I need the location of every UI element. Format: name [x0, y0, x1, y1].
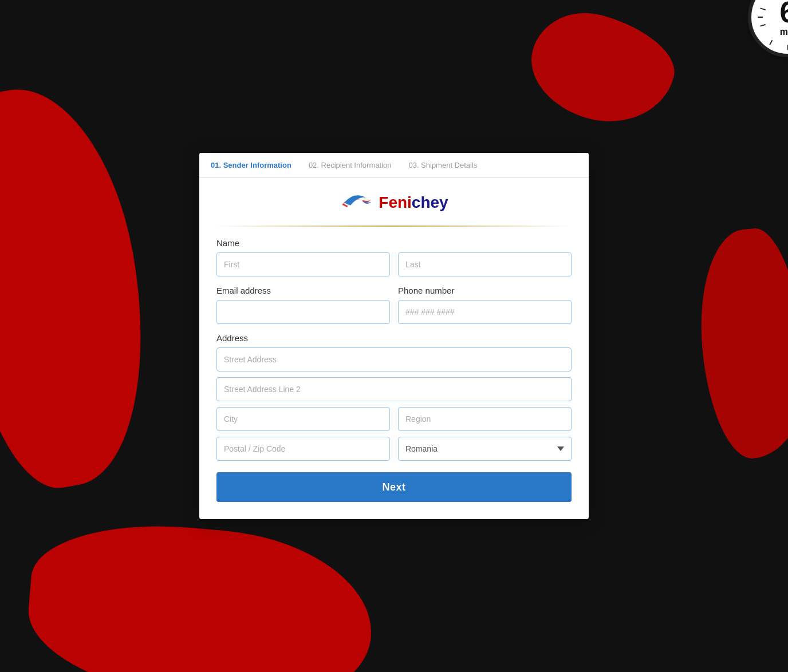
email-phone-labels: Email address Phone number — [216, 286, 572, 295]
address-label: Address — [216, 333, 572, 343]
logo-bird-icon — [340, 189, 374, 215]
step-3[interactable]: 03. Shipment Details — [408, 161, 477, 169]
name-label: Name — [216, 238, 572, 248]
city-input[interactable] — [216, 407, 390, 431]
logo-divider — [216, 226, 572, 227]
svg-line-10 — [761, 8, 766, 10]
first-name-input[interactable] — [216, 252, 390, 276]
street-address-2-input[interactable] — [216, 377, 572, 401]
email-phone-row — [216, 300, 572, 324]
phone-input[interactable] — [398, 300, 572, 324]
steps-navigation: 01. Sender Information 02. Recipient Inf… — [199, 153, 589, 178]
email-label: Email address — [216, 286, 390, 295]
svg-line-7 — [770, 40, 773, 45]
postal-code-input[interactable] — [216, 437, 390, 461]
name-row — [216, 252, 572, 276]
logo-text: Fenichey — [379, 193, 448, 212]
last-name-input[interactable] — [398, 252, 572, 276]
svg-line-8 — [761, 25, 766, 26]
next-button[interactable]: Next — [216, 472, 572, 502]
step-2[interactable]: 02. Recipient Information — [309, 161, 392, 169]
region-input[interactable] — [398, 407, 572, 431]
step-1[interactable]: 01. Sender Information — [211, 161, 291, 169]
main-card: 01. Sender Information 02. Recipient Inf… — [199, 153, 589, 519]
email-input[interactable] — [216, 300, 390, 324]
city-region-row — [216, 407, 572, 431]
phone-label: Phone number — [398, 286, 572, 295]
country-select[interactable]: Romania Bulgaria Hungary Moldova Ukraine — [398, 437, 572, 461]
logo-area: Fenichey — [199, 178, 589, 221]
form-body: Name Email address Phone number Address — [199, 238, 589, 502]
postal-country-row: Romania Bulgaria Hungary Moldova Ukraine — [216, 437, 572, 461]
logo: Fenichey — [340, 189, 448, 215]
address-section: Romania Bulgaria Hungary Moldova Ukraine — [216, 347, 572, 461]
timer-clock: 6 min — [742, 0, 788, 57]
street-address-input[interactable] — [216, 347, 572, 371]
